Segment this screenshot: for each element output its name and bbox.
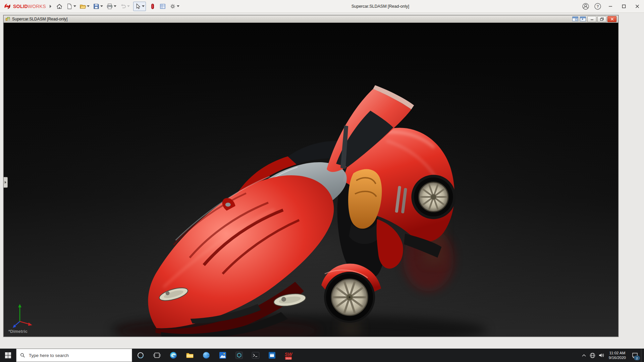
caret-down-icon: [114, 5, 116, 7]
document-window: Supercar.SLDASM [Read-only]: [3, 15, 619, 337]
new-document-button[interactable]: [65, 2, 77, 11]
model-viewport[interactable]: *Dimetric: [4, 23, 618, 337]
hexagon-app-button[interactable]: [231, 349, 247, 362]
system-tray: 11:02 AM 9/16/2020 2: [580, 349, 644, 362]
maximize-icon: [622, 4, 626, 8]
home-icon: [56, 3, 63, 10]
close-icon: [635, 4, 639, 8]
home-button[interactable]: [55, 2, 64, 11]
featuremanager-flyout-tab[interactable]: [4, 177, 8, 188]
svg-text:SW: SW: [284, 352, 292, 357]
print-icon: [106, 3, 113, 10]
hidden-icons-button[interactable]: [580, 349, 588, 362]
blue-window-app-button[interactable]: [264, 349, 280, 362]
doc-restore-button[interactable]: [597, 16, 606, 22]
network-globe-icon: [590, 353, 595, 358]
taskbar: SW 2020 11:02 AM 9/16/2020: [0, 349, 644, 362]
caret-down-icon: [73, 5, 76, 7]
clock[interactable]: 11:02 AM 9/16/2020: [606, 351, 629, 360]
notification-badge: 2: [634, 356, 640, 360]
speaker-icon: [598, 353, 604, 358]
evaluate-grid-button[interactable]: [158, 2, 167, 11]
terminal-button[interactable]: [247, 349, 264, 362]
task-view-button[interactable]: [149, 349, 165, 362]
minimize-button[interactable]: [604, 0, 617, 12]
brand-text-works: WORKS: [28, 4, 46, 9]
account-button[interactable]: [581, 1, 591, 11]
file-explorer-button[interactable]: [181, 349, 198, 362]
taskbar-search-box[interactable]: [16, 349, 132, 362]
svg-text:?: ?: [597, 4, 599, 8]
options-button[interactable]: [168, 2, 180, 11]
solidworks-app-icon: SW 2020: [283, 350, 293, 360]
flyout-arrow-icon: [5, 181, 6, 184]
hexagon-app-icon: [235, 351, 243, 359]
quick-access-toolbar: [54, 0, 181, 12]
save-dropdown[interactable]: [100, 5, 103, 7]
solidworks-2020-button[interactable]: SW 2020: [280, 349, 297, 362]
clock-time: 11:02 AM: [609, 351, 626, 355]
caret-down-icon: [87, 5, 90, 7]
toolbar-expand-arrow[interactable]: [49, 5, 52, 8]
red-marker-button[interactable]: [148, 2, 157, 11]
file-explorer-icon: [186, 351, 194, 359]
caret-down-icon: [142, 5, 145, 7]
save-icon: [93, 3, 100, 10]
volume-button[interactable]: [597, 349, 606, 362]
browser-globe-button[interactable]: [198, 349, 214, 362]
caret-down-icon: [177, 5, 179, 7]
start-button[interactable]: [0, 349, 16, 362]
save-button[interactable]: [92, 2, 104, 11]
assembly-document-icon: [5, 16, 10, 21]
pane-toggle-button-1[interactable]: [572, 16, 579, 22]
print-button[interactable]: [105, 2, 117, 11]
minimize-icon: [608, 4, 612, 8]
undo-button[interactable]: [119, 2, 131, 11]
doc-minimize-button[interactable]: [587, 16, 596, 22]
open-dropdown[interactable]: [87, 5, 90, 7]
solidworks-brand: SOLIDWORKS: [3, 3, 46, 10]
help-icon: ?: [594, 3, 601, 10]
grid-table-icon: [159, 3, 166, 10]
terminal-icon: [252, 351, 260, 359]
search-icon: [20, 353, 25, 358]
caret-down-icon: [127, 5, 130, 7]
view-orientation-label: *Dimetric: [8, 329, 28, 334]
doc-close-button[interactable]: [607, 16, 616, 22]
red-capsule-icon: [149, 3, 156, 10]
edge-button[interactable]: [165, 349, 181, 362]
3d-scene[interactable]: *Dimetric: [4, 23, 618, 337]
edge-icon: [169, 351, 177, 359]
pane-toggle-button-2[interactable]: [580, 16, 586, 22]
undo-dropdown[interactable]: [127, 5, 130, 7]
select-cursor-icon: [135, 3, 141, 10]
show-desktop-button[interactable]: [641, 349, 644, 362]
notification-center-button[interactable]: 2: [629, 349, 641, 362]
print-dropdown[interactable]: [114, 5, 116, 7]
chevron-up-icon: [582, 354, 586, 357]
help-button[interactable]: ?: [593, 1, 603, 11]
caret-down-icon: [100, 5, 103, 7]
options-dropdown[interactable]: [177, 5, 179, 7]
titlebar-right-cluster: ?: [580, 0, 644, 12]
photos-button[interactable]: [214, 349, 231, 362]
select-tool-button[interactable]: [135, 3, 141, 10]
open-button[interactable]: [78, 2, 91, 11]
photos-icon: [219, 351, 227, 359]
brand-text-solid: SOLID: [13, 4, 28, 9]
brand-wordmark: SOLIDWORKS: [13, 4, 46, 9]
close-button[interactable]: [631, 0, 644, 12]
maximize-button[interactable]: [617, 0, 631, 12]
network-button[interactable]: [588, 349, 597, 362]
select-tool-dropdown[interactable]: [142, 5, 145, 7]
app-title: Supercar.SLDASM [Read-only]: [181, 4, 580, 9]
cortana-button[interactable]: [132, 349, 149, 362]
new-document-dropdown[interactable]: [73, 5, 76, 7]
new-document-icon: [66, 3, 73, 10]
search-input[interactable]: [28, 353, 128, 358]
front-wheel: [324, 272, 375, 323]
solidworks-logo-icon: [3, 3, 11, 10]
svg-text:2020: 2020: [285, 357, 291, 360]
chevron-right-icon: [49, 5, 52, 8]
document-titlebar: Supercar.SLDASM [Read-only]: [4, 15, 618, 23]
